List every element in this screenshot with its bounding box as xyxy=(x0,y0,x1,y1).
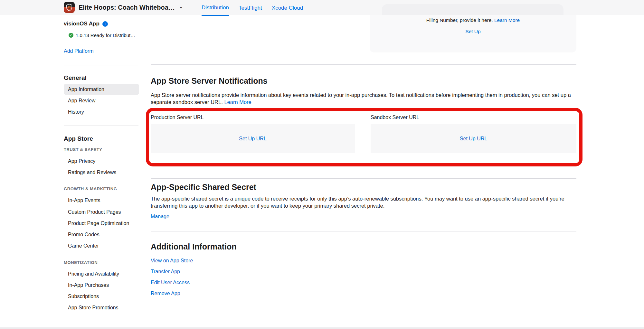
tab-distribution[interactable]: Distribution xyxy=(202,0,229,16)
section-divider xyxy=(151,64,576,65)
sidebar-item-app-store-promotions[interactable]: App Store Promotions xyxy=(68,305,139,311)
sandbox-set-up-url-link[interactable]: Set Up URL xyxy=(460,136,487,142)
sidebar-item-product-page-optimization[interactable]: Product Page Optimization xyxy=(68,220,139,227)
header-card-ghost xyxy=(382,4,564,15)
tab-xcode-cloud[interactable]: Xcode Cloud xyxy=(272,0,303,16)
edit-user-access-link[interactable]: Edit User Access xyxy=(151,279,190,286)
view-on-app-store-link[interactable]: View on App Store xyxy=(151,258,193,264)
shared-secret-title: App-Specific Shared Secret xyxy=(151,183,256,192)
sidebar-item-pricing-availability[interactable]: Pricing and Availability xyxy=(68,271,139,277)
ready-check-icon: ✓ xyxy=(69,33,73,38)
version-status-row[interactable]: ✓ 1.0.13 Ready for Distribut… xyxy=(69,33,144,38)
sidebar-divider xyxy=(64,126,138,126)
add-platform-plus-icon[interactable]: + xyxy=(102,21,108,27)
sidebar-item-in-app-events[interactable]: In-App Events xyxy=(68,197,139,204)
version-status-text: 1.0.13 Ready for Distribut… xyxy=(76,33,135,38)
transfer-app-link[interactable]: Transfer App xyxy=(151,268,180,275)
section-divider xyxy=(151,231,576,231)
section-divider xyxy=(151,178,576,179)
tab-testflight[interactable]: TestFlight xyxy=(239,0,262,16)
production-server-url-panel: Set Up URL xyxy=(151,124,355,153)
filing-set-up-link[interactable]: Set Up xyxy=(465,29,480,34)
chevron-down-icon[interactable]: ⌄ xyxy=(179,4,183,9)
filing-number-text: Filing Number, provide it here. xyxy=(426,17,493,23)
platform-section-title: visionOS App + xyxy=(64,21,139,27)
sidebar-item-in-app-purchases[interactable]: In-App Purchases xyxy=(68,282,139,288)
agreements-card: Filing Number, provide it here. Learn Mo… xyxy=(370,15,576,52)
server-notifications-title: App Store Server Notifications xyxy=(151,76,268,86)
manage-link[interactable]: Manage xyxy=(151,213,169,220)
sidebar-item-promo-codes[interactable]: Promo Codes xyxy=(68,231,139,238)
sidebar-divider xyxy=(64,65,138,65)
app-title[interactable]: Elite Hoops: Coach Whiteboa… xyxy=(79,4,175,11)
sidebar-item-app-information[interactable]: App Information xyxy=(64,84,139,95)
filing-learn-more-link[interactable]: Learn More xyxy=(494,17,520,23)
production-server-url-label: Production Server URL xyxy=(151,115,204,120)
sidebar-item-ratings-reviews[interactable]: Ratings and Reviews xyxy=(68,169,139,176)
header-tabs: Distribution TestFlight Xcode Cloud xyxy=(202,0,303,16)
remove-app-link[interactable]: Remove App xyxy=(151,290,180,297)
sidebar-item-game-center[interactable]: Game Center xyxy=(68,243,139,249)
sidebar-item-app-review[interactable]: App Review xyxy=(68,98,139,104)
additional-information-title: Additional Information xyxy=(151,242,237,251)
notifications-learn-more-link[interactable]: Learn More xyxy=(224,99,251,105)
sidebar-item-app-privacy[interactable]: App Privacy xyxy=(68,158,139,164)
add-platform-link[interactable]: Add Platform xyxy=(64,48,93,54)
server-notifications-description: App Store server notifications provide i… xyxy=(151,91,579,106)
app-icon xyxy=(64,2,75,13)
shared-secret-description: The app-specific shared secret is a uniq… xyxy=(151,195,579,209)
sandbox-server-url-panel: Set Up URL xyxy=(371,124,576,153)
sandbox-server-url-label: Sandbox Server URL xyxy=(371,115,419,120)
trust-safety-label: TRUST & SAFETY xyxy=(64,147,102,152)
annotation-highlight-box: Production Server URL Set Up URL Sandbox… xyxy=(146,108,582,166)
sidebar-item-subscriptions[interactable]: Subscriptions xyxy=(68,293,139,300)
sidebar-item-history[interactable]: History xyxy=(68,109,139,115)
monetization-label: MONETIZATION xyxy=(64,260,98,265)
sidebar-item-custom-product-pages[interactable]: Custom Product Pages xyxy=(68,209,139,215)
general-group-title: General xyxy=(64,74,87,81)
growth-marketing-label: GROWTH & MARKETING xyxy=(64,186,117,191)
footer-strip xyxy=(0,327,644,329)
app-store-group-title: App Store xyxy=(64,135,93,142)
production-set-up-url-link[interactable]: Set Up URL xyxy=(239,136,266,142)
